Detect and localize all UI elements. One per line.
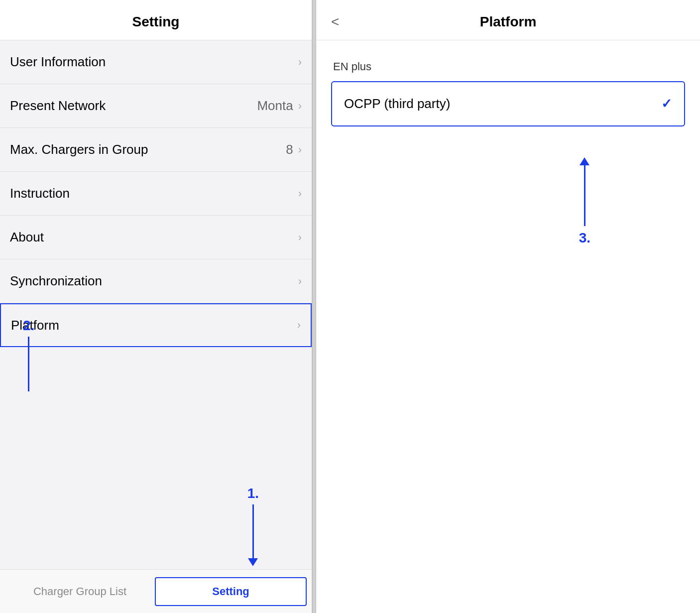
menu-item-label-user-information: User Information <box>10 54 106 70</box>
menu-item-user-information[interactable]: User Information › <box>0 40 312 84</box>
menu-item-label-max-chargers: Max. Chargers in Group <box>10 142 148 157</box>
chevron-icon-platform: › <box>297 319 301 332</box>
annotation-1: 1. <box>247 486 259 559</box>
right-panel: < Platform EN plus OCPP (third party) ✓ … <box>316 0 700 613</box>
bottom-tab-bar: Charger Group List Setting <box>0 569 312 613</box>
menu-item-synchronization[interactable]: Synchronization › <box>0 259 312 303</box>
option-text-ocpp: OCPP (third party) <box>344 96 450 112</box>
back-button[interactable]: < <box>326 14 344 30</box>
menu-item-max-chargers[interactable]: Max. Chargers in Group 8 › <box>0 128 312 172</box>
annotation-2-label: 2. <box>23 318 34 334</box>
annotation-1-label: 1. <box>247 486 259 501</box>
annotation-3-arrowhead <box>580 157 589 165</box>
menu-list: User Information › Present Network Monta… <box>0 40 312 569</box>
menu-item-label-instruction: Instruction <box>10 186 70 201</box>
chevron-icon-about: › <box>298 231 302 244</box>
chevron-icon-max-chargers: › <box>298 143 302 156</box>
left-panel: Setting User Information › Present Netwo… <box>0 0 312 613</box>
annotation-3-line <box>584 171 585 226</box>
menu-item-label-platform: Platform <box>11 318 59 333</box>
panel-divider <box>312 0 316 613</box>
menu-item-label-present-network: Present Network <box>10 98 106 114</box>
left-panel-title: Setting <box>0 0 312 40</box>
menu-item-label-synchronization: Synchronization <box>10 273 102 289</box>
chevron-icon-user-information: › <box>298 56 302 69</box>
menu-item-label-about: About <box>10 230 44 245</box>
right-content: EN plus OCPP (third party) ✓ <box>316 40 700 161</box>
chevron-icon-present-network: › <box>298 100 302 113</box>
chevron-icon-instruction: › <box>298 187 302 200</box>
menu-item-value-max-chargers: 8 › <box>286 142 302 157</box>
right-header: < Platform <box>316 0 700 40</box>
tab-setting[interactable]: Setting <box>155 577 307 606</box>
chevron-icon-synchronization: › <box>298 275 302 288</box>
checkmark-icon: ✓ <box>661 96 672 112</box>
annotation-3-arrowhead-base <box>584 164 585 171</box>
tab-charger-group-list[interactable]: Charger Group List <box>5 578 155 605</box>
menu-item-instruction[interactable]: Instruction › <box>0 172 312 216</box>
right-panel-title: Platform <box>326 14 690 30</box>
annotation-3-label: 3. <box>579 230 590 246</box>
annotation-2: 2. <box>23 318 34 391</box>
annotation-2-line <box>28 337 29 391</box>
section-label-en-plus: EN plus <box>331 60 685 73</box>
annotation-3: 3. <box>579 164 590 246</box>
menu-item-platform[interactable]: Platform › <box>0 303 312 347</box>
annotation-1-line <box>252 504 254 559</box>
menu-item-present-network[interactable]: Present Network Monta › <box>0 84 312 128</box>
menu-item-about[interactable]: About › <box>0 216 312 259</box>
menu-item-value-present-network: Monta › <box>257 98 302 114</box>
annotation-1-arrowhead <box>248 558 258 566</box>
option-row-ocpp[interactable]: OCPP (third party) ✓ <box>331 81 685 126</box>
